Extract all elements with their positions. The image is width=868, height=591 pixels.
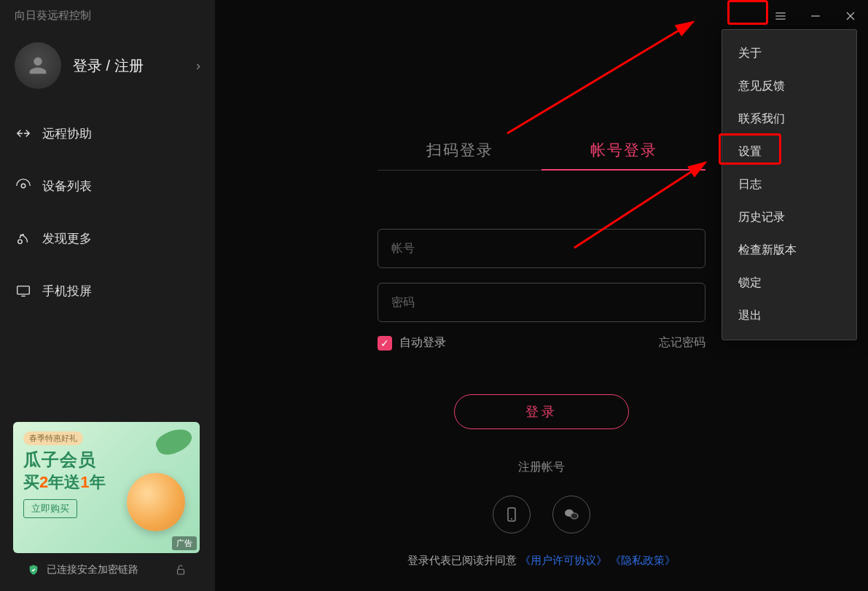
sidebar: 向日葵远程控制 登录 / 注册 › 远程协助 设备列表 发现更多 手机投屏 [0,0,215,591]
phone-icon [503,506,520,523]
nav-label: 手机投屏 [42,283,92,300]
forgot-password-link[interactable]: 忘记密码 [659,335,705,351]
checkbox-checked-icon: ✓ [378,336,392,351]
svg-rect-2 [17,286,30,294]
ad-coin-graphic [127,473,185,531]
chevron-right-icon: › [196,58,200,74]
login-panel: 扫码登录 帐号登录 ✓ 自动登录 忘记密码 登录 注册帐号 [378,131,705,475]
minimize-button[interactable] [798,1,833,31]
svg-point-1 [18,240,23,244]
menu-check-update[interactable]: 检查新版本 [722,234,856,267]
status-text: 已连接安全加密链路 [47,563,138,576]
phone-login-button[interactable] [493,496,531,533]
wechat-icon [563,506,580,523]
menu-contact[interactable]: 联系我们 [722,103,856,136]
ad-indicator: 广告 [172,536,197,550]
close-button[interactable] [833,1,868,31]
nav-label: 远程协助 [42,125,92,142]
wechat-login-button[interactable] [552,496,590,533]
remote-assist-icon [15,125,32,142]
promo-ad[interactable]: 春季特惠好礼 瓜子会员 买2年送1年 立即购买 广告 [13,422,200,553]
svg-rect-3 [178,569,184,574]
nav-label: 设备列表 [42,178,92,195]
svg-point-0 [21,184,26,188]
unlock-icon[interactable] [174,563,187,576]
login-form: ✓ 自动登录 忘记密码 登录 注册帐号 [378,229,705,475]
minimize-icon [808,9,823,23]
password-input[interactable] [378,283,705,322]
login-register-label: 登录 / 注册 [73,56,196,76]
nav-remote-assist[interactable]: 远程协助 [0,107,215,160]
consent-text: 登录代表已阅读并同意 《用户许可协议》 《隐私政策》 [407,554,676,568]
login-register-row[interactable]: 登录 / 注册 › [0,31,215,107]
tab-scan-login[interactable]: 扫码登录 [378,131,541,170]
tab-account-login[interactable]: 帐号登录 [541,131,705,171]
menu-button[interactable] [763,1,798,31]
close-icon [843,9,858,23]
shield-check-icon [28,564,39,576]
menu-about[interactable]: 关于 [722,37,856,70]
sidebar-bottom: 春季特惠好礼 瓜子会员 买2年送1年 立即购买 广告 已连接安全加密链路 [0,422,215,591]
ad-cta-button[interactable]: 立即购买 [23,499,77,518]
menu-settings[interactable]: 设置 [722,136,856,168]
menu-logs[interactable]: 日志 [722,168,856,201]
svg-point-11 [511,518,512,520]
hamburger-icon [773,9,788,23]
discover-icon [15,230,32,247]
login-tabs: 扫码登录 帐号登录 [378,131,705,171]
hamburger-dropdown: 关于 意见反馈 联系我们 设置 日志 历史记录 检查新版本 锁定 退出 [722,29,857,340]
auto-login-label: 自动登录 [399,335,446,351]
menu-history[interactable]: 历史记录 [722,201,856,234]
social-login-row [493,496,590,533]
register-account-link[interactable]: 注册帐号 [518,460,565,475]
connection-status: 已连接安全加密链路 [13,553,202,576]
nav-label: 发现更多 [42,230,92,247]
menu-exit[interactable]: 退出 [722,300,856,332]
privacy-policy-link[interactable]: 《隐私政策》 [610,554,676,566]
menu-lock[interactable]: 锁定 [722,267,856,300]
nav-phone-cast[interactable]: 手机投屏 [0,265,215,317]
user-agreement-link[interactable]: 《用户许可协议》 [520,554,607,566]
nav-device-list[interactable]: 设备列表 [0,160,215,212]
login-button[interactable]: 登录 [454,394,629,429]
titlebar [763,0,868,32]
account-input[interactable] [378,229,705,268]
svg-point-13 [571,513,578,519]
app-title: 向日葵远程控制 [0,0,215,31]
device-list-icon [15,177,32,195]
avatar-placeholder [15,42,61,89]
form-options-row: ✓ 自动登录 忘记密码 [378,335,705,351]
auto-login-checkbox[interactable]: ✓ 自动登录 [378,335,446,351]
nav-discover-more[interactable]: 发现更多 [0,212,215,265]
menu-feedback[interactable]: 意见反馈 [722,70,856,103]
phone-cast-icon [15,282,32,300]
ad-badge: 春季特惠好礼 [23,431,83,445]
